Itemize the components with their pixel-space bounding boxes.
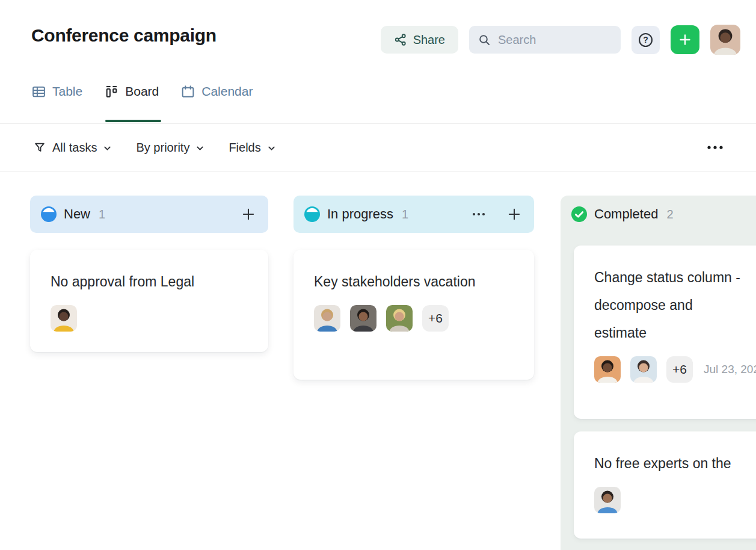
calendar-icon [180, 84, 195, 99]
plus-icon [678, 32, 692, 47]
filter-tasks-dropdown[interactable]: All tasks [33, 141, 112, 155]
ellipsis-icon [472, 211, 486, 217]
card-assignees: +6 [314, 305, 514, 332]
card-assignees: +6 Jul 23, 2021 [594, 356, 748, 383]
view-tabs: Table Board Calendar [31, 82, 253, 100]
table-icon [31, 84, 46, 99]
board-icon [104, 84, 119, 99]
chevron-down-icon [103, 144, 112, 153]
column-in-progress: In progress 1 Key stakeholders vacation [293, 196, 534, 380]
avatar [350, 305, 376, 332]
tab-board[interactable]: Board [104, 82, 159, 100]
avatar [386, 305, 413, 332]
avatar-overflow-badge: +6 [666, 356, 693, 383]
due-date: Jul 23, 2021 [704, 363, 756, 376]
more-options-button[interactable] [703, 141, 727, 154]
avatar [51, 305, 77, 332]
card-title: Change status column - decompose and est… [594, 264, 748, 347]
status-new-icon [41, 206, 57, 222]
filter-icon [33, 141, 46, 154]
avatar [630, 356, 657, 383]
column-count: 1 [99, 208, 105, 221]
task-card[interactable]: Key stakeholders vacation [293, 250, 534, 380]
groupby-dropdown[interactable]: By priority [136, 141, 204, 155]
column-count: 1 [402, 208, 408, 221]
groupby-label: By priority [136, 141, 189, 155]
column-title: New [64, 206, 90, 222]
ellipsis-icon [705, 143, 725, 152]
search-input[interactable] [497, 32, 612, 48]
card-title: No approval from Legal [51, 268, 248, 295]
task-card[interactable]: No free experts on the [574, 431, 756, 539]
chevron-down-icon [195, 144, 204, 153]
help-icon: ? [638, 32, 654, 48]
avatar [594, 356, 621, 383]
tab-label: Table [52, 84, 82, 99]
search-box [469, 26, 621, 54]
tab-label: Board [125, 84, 159, 99]
card-assignees [51, 305, 248, 332]
add-task-button[interactable] [241, 206, 256, 222]
tab-table[interactable]: Table [31, 82, 82, 100]
chevron-down-icon [267, 144, 276, 153]
column-title: In progress [327, 206, 393, 222]
share-button[interactable]: Share [381, 26, 458, 54]
card-assignees [594, 487, 748, 513]
help-button[interactable]: ? [632, 26, 660, 54]
fields-dropdown[interactable]: Fields [229, 141, 275, 155]
avatar [594, 487, 621, 513]
card-title: No free experts on the [594, 450, 748, 477]
status-completed-icon [571, 206, 587, 222]
share-icon [394, 33, 407, 46]
tab-calendar[interactable]: Calendar [180, 82, 253, 100]
column-header[interactable]: Completed 2 [561, 196, 756, 233]
column-header[interactable]: In progress 1 [293, 196, 534, 233]
user-avatar[interactable] [710, 25, 740, 55]
plus-icon [506, 206, 522, 222]
active-tab-underline [105, 120, 161, 122]
add-task-button[interactable] [506, 206, 522, 222]
avatar [314, 305, 340, 332]
share-button-label: Share [413, 33, 445, 47]
header-actions: Share ? [381, 25, 740, 54]
task-card[interactable]: No approval from Legal [30, 250, 268, 352]
column-count: 2 [666, 208, 673, 221]
column-header[interactable]: New 1 [30, 196, 268, 233]
help-glyph: ? [643, 35, 648, 45]
column-more-button[interactable] [472, 211, 486, 217]
column-completed: Completed 2 Change status column - decom… [561, 196, 756, 550]
card-title: Key stakeholders vacation [314, 268, 514, 295]
avatar-overflow-badge: +6 [422, 305, 449, 332]
status-in-progress-icon [304, 206, 320, 222]
task-card[interactable]: Change status column - decompose and est… [574, 246, 756, 419]
column-title: Completed [594, 206, 658, 222]
page-title: Conference campaign [31, 25, 217, 46]
filter-label: All tasks [52, 141, 97, 155]
plus-icon [241, 206, 256, 222]
create-button[interactable] [671, 25, 699, 54]
column-new: New 1 No approval from Legal [30, 196, 268, 352]
fields-label: Fields [229, 141, 260, 155]
filter-toolbar: All tasks By priority Fields [0, 123, 756, 171]
search-icon [478, 33, 491, 46]
tab-label: Calendar [201, 84, 253, 99]
